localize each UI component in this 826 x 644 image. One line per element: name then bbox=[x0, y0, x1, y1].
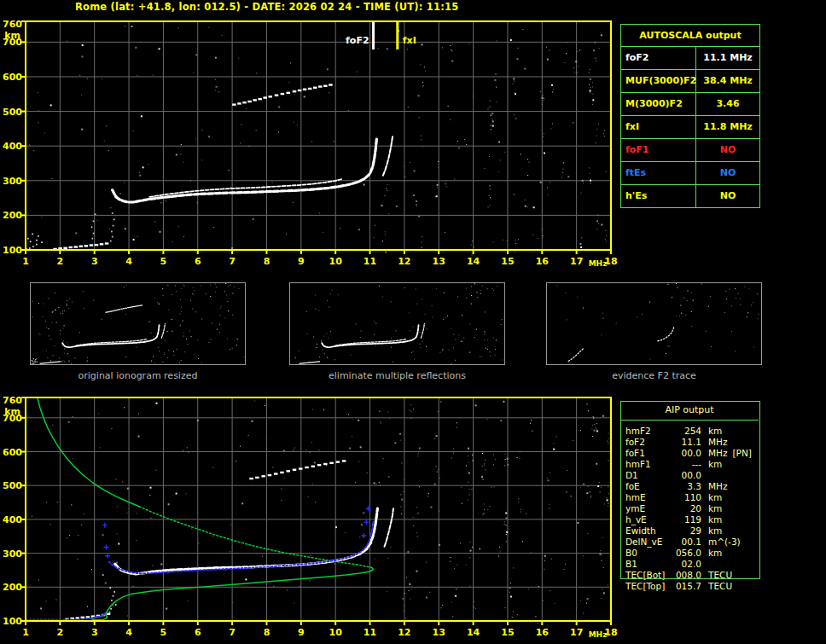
noise-layer bbox=[32, 400, 609, 624]
fxI-marker-label: fxI bbox=[403, 35, 416, 46]
panel-caption-evidence: evidence F2 trace bbox=[546, 370, 762, 381]
y-axis-unit: km bbox=[4, 30, 20, 41]
panel-noise-layer bbox=[32, 283, 244, 364]
aip-param-value: --- bbox=[672, 459, 701, 470]
x-tick-label: 6 bbox=[195, 256, 201, 267]
autoscala-row-foF1: foF1NO bbox=[621, 138, 759, 161]
y-tick-label: 600 bbox=[3, 72, 22, 83]
x-tick-label: 9 bbox=[298, 627, 305, 638]
aip-param-label: B1 bbox=[625, 559, 672, 570]
aip-param-unit: TECU bbox=[708, 581, 732, 592]
x-tick-label: 10 bbox=[329, 627, 343, 638]
aip-param-label: D1 bbox=[625, 470, 672, 481]
panel-eliminate-reflections bbox=[289, 282, 505, 365]
series-profile-valley-dotted bbox=[139, 507, 371, 568]
y-tick-label: 600 bbox=[3, 447, 22, 458]
aip-output-table: AIP output hmF2254kmfoF211.1MHzfoF100.0M… bbox=[620, 401, 759, 592]
top-ionogram-plot: 123456789101112131415161718MHz7607006005… bbox=[0, 0, 640, 271]
aip-param-label: ymE bbox=[625, 503, 672, 514]
series-fitted-F bbox=[109, 522, 374, 574]
noise-layer bbox=[29, 25, 607, 258]
autoscala-param-label: M(3000)F2 bbox=[621, 93, 696, 115]
aip-param-value: 015.7 bbox=[672, 581, 701, 592]
panel-noise-layer bbox=[556, 283, 759, 360]
x-tick-label: 14 bbox=[467, 627, 480, 638]
aip-param-label: Ewidth bbox=[625, 525, 672, 537]
aip-param-extra: [PN] bbox=[732, 448, 751, 459]
panel-original-ionogram-canvas bbox=[31, 283, 245, 364]
aip-row-h_vE: h_vE119km bbox=[625, 514, 759, 525]
x-tick-label: 13 bbox=[433, 627, 445, 638]
autoscala-row-foF2: foF211.1 MHz bbox=[621, 46, 759, 69]
aip-row-hmF1: hmF1---km bbox=[625, 459, 759, 470]
aip-row-foF1: foF100.0MHz[PN] bbox=[625, 448, 759, 459]
panel-trace-layer bbox=[568, 326, 674, 361]
autoscala-param-value: NO bbox=[696, 185, 759, 207]
x-tick-label: 3 bbox=[91, 256, 98, 267]
aip-param-unit: km bbox=[708, 548, 722, 559]
aip-param-label: TEC[Top] bbox=[625, 581, 672, 592]
panel-original-ionogram bbox=[30, 282, 246, 365]
x-tick-label: 1 bbox=[22, 256, 29, 267]
series-F-trace bbox=[115, 508, 378, 574]
autoscala-param-value: 11.1 MHz bbox=[696, 47, 759, 69]
aip-row-foF2: foF211.1MHz bbox=[625, 437, 759, 448]
y-tick-label: 400 bbox=[3, 141, 22, 152]
series-X-branch bbox=[385, 508, 394, 547]
x-tick-label: 16 bbox=[536, 627, 550, 638]
aip-param-unit: km bbox=[708, 514, 722, 525]
aip-row-foE: foE3.3MHz bbox=[625, 481, 759, 492]
panel-noise-layer bbox=[294, 283, 503, 364]
x-tick-label: 2 bbox=[57, 256, 64, 267]
x-tick-label: 12 bbox=[398, 627, 410, 638]
x-tick-label: 12 bbox=[398, 256, 410, 267]
panel-caption-eliminate: eliminate multiple reflections bbox=[289, 370, 505, 381]
aip-param-value: 29 bbox=[672, 525, 701, 537]
gridlines bbox=[26, 21, 611, 250]
aip-param-label: B0 bbox=[625, 548, 672, 559]
autoscala-param-label: foF2 bbox=[621, 47, 696, 69]
x-axis-unit: MHz bbox=[589, 259, 608, 268]
aip-param-value: 20 bbox=[672, 503, 701, 514]
x-tick-label: 8 bbox=[264, 627, 270, 638]
autoscala-table-rows: foF211.1 MHzMUF(3000)F238.4 MHzM(3000)F2… bbox=[621, 46, 759, 207]
aip-param-value: 119 bbox=[672, 514, 701, 525]
trace-layer bbox=[26, 84, 393, 250]
aip-param-value: 056.0 bbox=[672, 548, 701, 559]
aip-param-value: 00.1 bbox=[672, 537, 701, 548]
x-tick-label: 13 bbox=[433, 256, 445, 267]
aip-param-value: 3.3 bbox=[672, 481, 701, 492]
x-axis-unit: MHz bbox=[589, 630, 608, 639]
aip-row-DelN_vE: DelN_vE00.1m^(-3) bbox=[625, 537, 759, 548]
series-F-trace bbox=[322, 324, 418, 347]
aip-row-TEC[Bot]: TEC[Bot]008.0TECU bbox=[625, 570, 759, 581]
aip-param-unit: km bbox=[708, 459, 722, 470]
aip-param-label: hmF1 bbox=[625, 459, 672, 470]
x-tick-label: 3 bbox=[91, 627, 98, 638]
x-tick-label: 7 bbox=[229, 256, 236, 267]
aip-param-value: 254 bbox=[672, 426, 701, 437]
aip-param-value: 00.0 bbox=[672, 470, 701, 481]
frequency-markers: foF2fxI bbox=[346, 22, 416, 49]
autoscala-param-label: MUF(3000)F2 bbox=[621, 70, 696, 92]
y-tick-label: 100 bbox=[3, 616, 22, 627]
aip-param-label: hmF2 bbox=[625, 426, 672, 437]
y-tick-label: 200 bbox=[3, 582, 22, 593]
aip-param-unit: MHz bbox=[708, 437, 727, 448]
series-profile-topside bbox=[38, 398, 139, 507]
panel-evidence-f2-trace bbox=[546, 282, 762, 365]
aip-param-value: 02.0 bbox=[672, 559, 701, 570]
autoscala-row-fxI: fxI11.8 MHz bbox=[621, 115, 759, 138]
x-tick-label: 17 bbox=[570, 256, 583, 267]
aip-param-label: DelN_vE bbox=[625, 537, 672, 548]
aip-param-unit: km bbox=[708, 503, 722, 514]
x-tick-label: 1 bbox=[22, 627, 29, 638]
aip-param-unit: m^(-3) bbox=[708, 537, 741, 548]
y-tick-label: 760 bbox=[3, 19, 22, 30]
autoscala-row-h'Es: h'EsNO bbox=[621, 184, 759, 207]
autoscala-param-label: h'Es bbox=[621, 185, 696, 207]
x-tick-label: 9 bbox=[298, 256, 305, 267]
aip-param-value: 00.0 bbox=[672, 448, 701, 459]
gridlines bbox=[26, 397, 611, 621]
autoscala-table-title: AUTOSCALA output bbox=[621, 25, 759, 46]
